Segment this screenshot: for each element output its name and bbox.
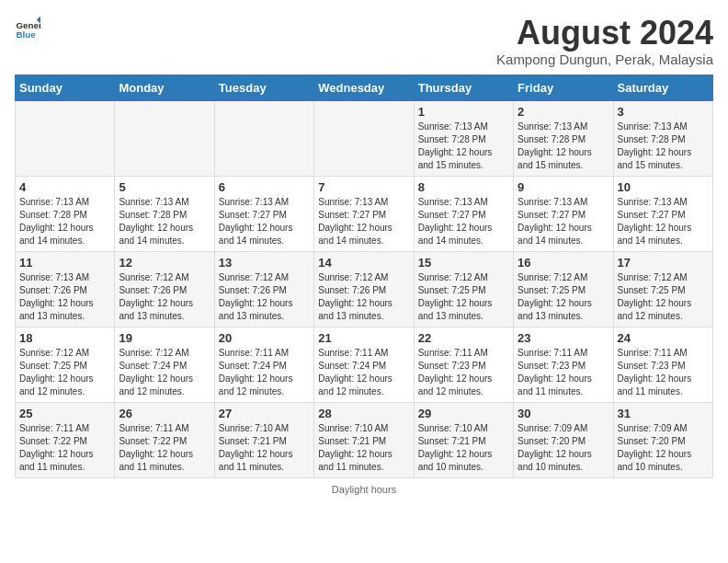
calendar-cell: 25Sunrise: 7:11 AMSunset: 7:22 PMDayligh…	[16, 402, 115, 477]
calendar-week-5: 25Sunrise: 7:11 AMSunset: 7:22 PMDayligh…	[16, 402, 713, 477]
calendar-week-4: 18Sunrise: 7:12 AMSunset: 7:25 PMDayligh…	[16, 327, 713, 402]
calendar-cell: 27Sunrise: 7:10 AMSunset: 7:21 PMDayligh…	[214, 402, 313, 477]
day-header-thursday: Thursday	[414, 75, 513, 100]
day-header-wednesday: Wednesday	[314, 75, 414, 100]
calendar-cell: 15Sunrise: 7:12 AMSunset: 7:25 PMDayligh…	[414, 251, 513, 327]
svg-text:Blue: Blue	[16, 29, 36, 40]
calendar-cell: 31Sunrise: 7:09 AMSunset: 7:20 PMDayligh…	[613, 402, 712, 477]
day-number: 5	[119, 180, 210, 194]
calendar-cell: 13Sunrise: 7:12 AMSunset: 7:26 PMDayligh…	[214, 251, 313, 327]
day-info: Sunrise: 7:13 AMSunset: 7:27 PMDaylight:…	[318, 196, 409, 247]
calendar-cell: 22Sunrise: 7:11 AMSunset: 7:23 PMDayligh…	[414, 327, 513, 402]
day-info: Sunrise: 7:12 AMSunset: 7:26 PMDaylight:…	[219, 271, 310, 323]
day-number: 31	[618, 407, 709, 420]
day-number: 8	[418, 180, 509, 194]
calendar-cell: 1Sunrise: 7:13 AMSunset: 7:28 PMDaylight…	[414, 100, 513, 176]
day-number: 2	[518, 105, 609, 119]
day-number: 11	[19, 256, 110, 270]
calendar-cell: 30Sunrise: 7:09 AMSunset: 7:20 PMDayligh…	[514, 402, 613, 477]
day-number: 17	[618, 256, 709, 270]
day-number: 25	[19, 407, 110, 420]
day-number: 15	[418, 256, 509, 270]
calendar-cell: 20Sunrise: 7:11 AMSunset: 7:24 PMDayligh…	[214, 327, 313, 402]
calendar-cell: 28Sunrise: 7:10 AMSunset: 7:21 PMDayligh…	[314, 402, 414, 477]
calendar-cell: 10Sunrise: 7:13 AMSunset: 7:27 PMDayligh…	[613, 176, 712, 251]
calendar-cell: 3Sunrise: 7:13 AMSunset: 7:28 PMDaylight…	[613, 100, 712, 176]
day-number: 4	[19, 180, 110, 194]
day-info: Sunrise: 7:13 AMSunset: 7:27 PMDaylight:…	[418, 196, 509, 247]
day-info: Sunrise: 7:12 AMSunset: 7:25 PMDaylight:…	[518, 271, 609, 323]
day-info: Sunrise: 7:12 AMSunset: 7:26 PMDaylight:…	[318, 271, 409, 323]
day-info: Sunrise: 7:11 AMSunset: 7:24 PMDaylight:…	[219, 347, 310, 398]
day-info: Sunrise: 7:13 AMSunset: 7:27 PMDaylight:…	[618, 196, 709, 247]
day-number: 24	[618, 331, 709, 345]
day-number: 28	[318, 407, 409, 420]
calendar-cell: 29Sunrise: 7:10 AMSunset: 7:21 PMDayligh…	[414, 402, 513, 477]
calendar-header: SundayMondayTuesdayWednesdayThursdayFrid…	[16, 75, 713, 100]
calendar-cell: 4Sunrise: 7:13 AMSunset: 7:28 PMDaylight…	[16, 176, 115, 251]
calendar-week-1: 1Sunrise: 7:13 AMSunset: 7:28 PMDaylight…	[16, 100, 713, 176]
day-number: 13	[219, 256, 310, 270]
day-header-friday: Friday	[514, 75, 613, 100]
calendar-table: SundayMondayTuesdayWednesdayThursdayFrid…	[15, 75, 713, 478]
day-info: Sunrise: 7:12 AMSunset: 7:25 PMDaylight:…	[418, 271, 509, 323]
day-info: Sunrise: 7:13 AMSunset: 7:28 PMDaylight:…	[119, 196, 210, 247]
day-number: 12	[119, 256, 210, 270]
day-number: 3	[618, 105, 709, 119]
calendar-cell: 26Sunrise: 7:11 AMSunset: 7:22 PMDayligh…	[115, 402, 214, 477]
calendar-cell: 17Sunrise: 7:12 AMSunset: 7:25 PMDayligh…	[613, 251, 712, 327]
day-info: Sunrise: 7:12 AMSunset: 7:25 PMDaylight:…	[19, 347, 110, 398]
day-info: Sunrise: 7:12 AMSunset: 7:25 PMDaylight:…	[618, 271, 709, 323]
logo: General Blue	[15, 15, 40, 40]
day-info: Sunrise: 7:13 AMSunset: 7:27 PMDaylight:…	[518, 196, 609, 247]
day-info: Sunrise: 7:11 AMSunset: 7:23 PMDaylight:…	[518, 347, 609, 398]
day-info: Sunrise: 7:10 AMSunset: 7:21 PMDaylight:…	[219, 422, 310, 474]
calendar-cell: 5Sunrise: 7:13 AMSunset: 7:28 PMDaylight…	[115, 176, 214, 251]
calendar-cell: 16Sunrise: 7:12 AMSunset: 7:25 PMDayligh…	[514, 251, 613, 327]
day-number: 7	[318, 180, 409, 194]
day-info: Sunrise: 7:11 AMSunset: 7:22 PMDaylight:…	[119, 422, 210, 474]
day-number: 14	[318, 256, 409, 270]
day-number: 19	[119, 331, 210, 345]
calendar-cell: 9Sunrise: 7:13 AMSunset: 7:27 PMDaylight…	[514, 176, 613, 251]
day-info: Sunrise: 7:10 AMSunset: 7:21 PMDaylight:…	[318, 422, 409, 474]
calendar-cell: 11Sunrise: 7:13 AMSunset: 7:26 PMDayligh…	[16, 251, 115, 327]
day-number: 16	[518, 256, 609, 270]
day-header-monday: Monday	[115, 75, 214, 100]
calendar-body: 1Sunrise: 7:13 AMSunset: 7:28 PMDaylight…	[16, 100, 713, 477]
day-info: Sunrise: 7:13 AMSunset: 7:28 PMDaylight:…	[418, 121, 509, 172]
calendar-cell: 7Sunrise: 7:13 AMSunset: 7:27 PMDaylight…	[314, 176, 414, 251]
day-info: Sunrise: 7:13 AMSunset: 7:28 PMDaylight:…	[618, 121, 709, 172]
calendar-cell: 21Sunrise: 7:11 AMSunset: 7:24 PMDayligh…	[314, 327, 414, 402]
day-number: 29	[418, 407, 509, 420]
day-info: Sunrise: 7:13 AMSunset: 7:28 PMDaylight:…	[518, 121, 609, 172]
subtitle: Kampong Dungun, Perak, Malaysia	[496, 52, 713, 67]
calendar-cell: 19Sunrise: 7:12 AMSunset: 7:24 PMDayligh…	[115, 327, 214, 402]
calendar-cell: 23Sunrise: 7:11 AMSunset: 7:23 PMDayligh…	[514, 327, 613, 402]
calendar-cell: 6Sunrise: 7:13 AMSunset: 7:27 PMDaylight…	[214, 176, 313, 251]
calendar-week-3: 11Sunrise: 7:13 AMSunset: 7:26 PMDayligh…	[16, 251, 713, 327]
calendar-cell	[314, 100, 414, 176]
title-block: August 2024 Kampong Dungun, Perak, Malay…	[496, 15, 713, 67]
calendar-cell	[115, 100, 214, 176]
calendar-cell: 14Sunrise: 7:12 AMSunset: 7:26 PMDayligh…	[314, 251, 414, 327]
day-number: 1	[418, 105, 509, 119]
day-info: Sunrise: 7:13 AMSunset: 7:26 PMDaylight:…	[19, 271, 110, 323]
day-number: 22	[418, 331, 509, 345]
day-number: 21	[318, 331, 409, 345]
calendar-cell	[16, 100, 115, 176]
day-info: Sunrise: 7:11 AMSunset: 7:23 PMDaylight:…	[418, 347, 509, 398]
day-info: Sunrise: 7:11 AMSunset: 7:23 PMDaylight:…	[618, 347, 709, 398]
day-info: Sunrise: 7:12 AMSunset: 7:24 PMDaylight:…	[119, 347, 210, 398]
day-number: 9	[518, 180, 609, 194]
footer-note: Daylight hours	[15, 484, 713, 495]
day-info: Sunrise: 7:09 AMSunset: 7:20 PMDaylight:…	[618, 422, 709, 474]
logo-icon: General Blue	[15, 15, 40, 40]
day-info: Sunrise: 7:09 AMSunset: 7:20 PMDaylight:…	[518, 422, 609, 474]
calendar-cell: 24Sunrise: 7:11 AMSunset: 7:23 PMDayligh…	[613, 327, 712, 402]
calendar-cell: 18Sunrise: 7:12 AMSunset: 7:25 PMDayligh…	[16, 327, 115, 402]
day-header-tuesday: Tuesday	[214, 75, 313, 100]
day-number: 30	[518, 407, 609, 420]
footer-text: Daylight hours	[332, 484, 396, 495]
calendar-week-2: 4Sunrise: 7:13 AMSunset: 7:28 PMDaylight…	[16, 176, 713, 251]
